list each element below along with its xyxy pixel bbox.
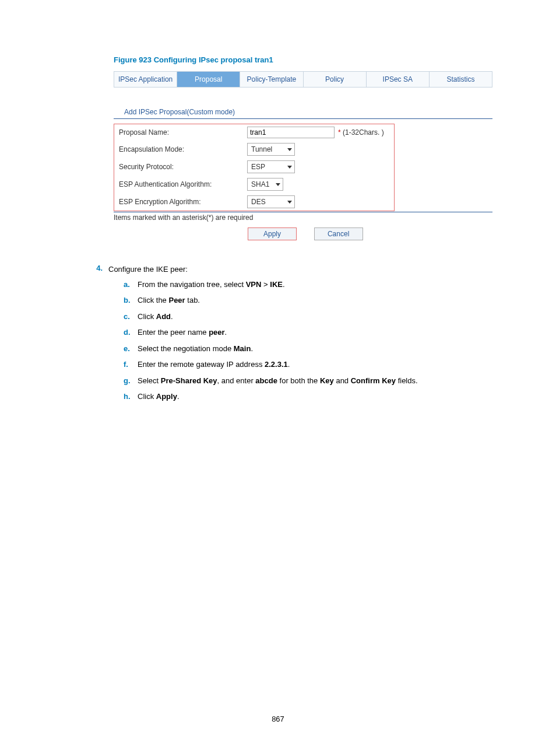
chevron-down-icon — [287, 166, 292, 169]
cancel-button[interactable]: Cancel — [314, 228, 363, 240]
security-select[interactable]: ESP — [247, 160, 295, 173]
step-text: Configure the IKE peer: — [108, 264, 188, 275]
security-value: ESP — [251, 163, 265, 171]
chevron-down-icon — [287, 148, 292, 151]
substep-f: f. Enter the remote gateway IP address 2… — [124, 359, 498, 370]
substep-b: b. Click the Peer tab. — [124, 295, 498, 306]
substep-a: a. From the navigation tree, select VPN … — [124, 279, 498, 290]
ipsec-screenshot: IPSec Application Proposal Policy-Templa… — [114, 71, 492, 240]
substep-e: e. Select the negotiation mode Main. — [124, 343, 498, 355]
esp-auth-label: ESP Authentication Algorithm: — [119, 180, 247, 188]
page-number: 867 — [0, 715, 556, 723]
section-title: Add IPSec Proposal(Custom mode) — [114, 108, 492, 119]
esp-enc-value: DES — [251, 198, 266, 206]
proposal-name-label: Proposal Name: — [119, 128, 247, 136]
encapsulation-select[interactable]: Tunnel — [247, 143, 295, 156]
encapsulation-value: Tunnel — [251, 145, 272, 153]
esp-enc-select[interactable]: DES — [247, 195, 295, 208]
substep-d: d. Enter the peer name peer. — [124, 327, 498, 338]
chevron-down-icon — [287, 201, 292, 204]
substep-c: c. Click Add. — [124, 311, 498, 323]
tab-bar: IPSec Application Proposal Policy-Templa… — [114, 71, 492, 88]
tab-policy-template[interactable]: Policy-Template — [240, 72, 303, 87]
esp-enc-label: ESP Encryption Algorithm: — [119, 198, 247, 206]
chevron-down-icon — [276, 183, 280, 186]
tab-proposal[interactable]: Proposal — [177, 72, 240, 87]
form-box: Proposal Name: * (1-32Chars. ) Encapsula… — [114, 124, 395, 211]
esp-auth-select[interactable]: SHA1 — [247, 178, 283, 191]
tab-ipsec-sa[interactable]: IPSec SA — [367, 72, 430, 87]
proposal-name-hint: * (1-32Chars. ) — [338, 128, 384, 136]
apply-button[interactable]: Apply — [248, 228, 297, 240]
required-note: Items marked with an asterisk(*) are req… — [114, 212, 492, 222]
substep-g: g. Select Pre-Shared Key, and enter abcd… — [124, 375, 498, 387]
tab-statistics[interactable]: Statistics — [430, 72, 492, 87]
tab-ipsec-application[interactable]: IPSec Application — [114, 72, 177, 87]
proposal-name-input[interactable] — [247, 127, 335, 138]
esp-auth-value: SHA1 — [251, 180, 269, 188]
instructions: 4. Configure the IKE peer: a. From the n… — [82, 264, 498, 402]
tab-policy[interactable]: Policy — [304, 72, 367, 87]
figure-title: Figure 923 Configuring IPsec proposal tr… — [114, 55, 498, 64]
encapsulation-label: Encapsulation Mode: — [119, 145, 247, 153]
security-label: Security Protocol: — [119, 163, 247, 171]
step-number: 4. — [82, 264, 108, 275]
substep-h: h. Click Apply. — [124, 391, 498, 402]
